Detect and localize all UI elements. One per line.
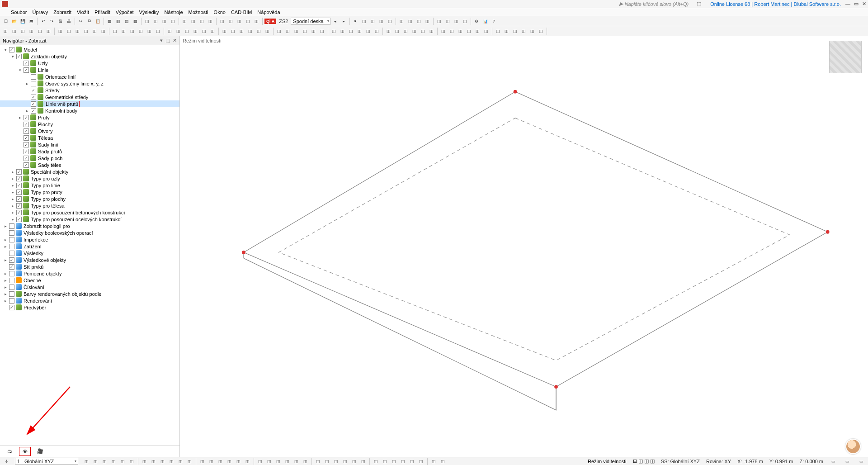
toolbar2-btn-17[interactable]: ◫	[137, 27, 145, 35]
visibility-checkbox[interactable]	[9, 271, 14, 276]
help-button[interactable]: ?	[490, 17, 498, 25]
toolbar2-btn-40[interactable]: ◫	[318, 27, 326, 35]
tool-k[interactable]: ◫	[236, 17, 243, 25]
toolbar2-btn-42[interactable]: ◫	[330, 27, 338, 35]
statusbar-btn-30[interactable]: ◫	[372, 457, 380, 465]
tree-item-25[interactable]: ▸✓Typy pro posouzení ocelových konstrukc…	[0, 216, 179, 223]
tree-item-9[interactable]: ▸✓Kontrolní body	[0, 107, 179, 114]
toolbar2-btn-37[interactable]: ◫	[292, 27, 300, 35]
tool-a[interactable]: ◫	[143, 17, 151, 25]
tool-j[interactable]: ◫	[227, 17, 235, 25]
visibility-checkbox[interactable]: ✓	[24, 67, 29, 73]
toolbar2-btn-45[interactable]: ◫	[356, 27, 363, 35]
expand-toggle[interactable]: ▸	[3, 244, 8, 249]
visibility-checkbox[interactable]	[9, 291, 14, 297]
tool-u[interactable]: ◫	[415, 17, 423, 25]
toolbar2-btn-51[interactable]: ◫	[402, 27, 410, 35]
expand-toggle[interactable]: ▸	[3, 292, 8, 296]
visibility-checkbox[interactable]	[9, 237, 14, 242]
tool-e[interactable]: ◫	[181, 17, 189, 25]
menu-výsledky[interactable]: Výsledky	[139, 9, 159, 15]
toolbar2-btn-0[interactable]: ◫	[2, 27, 9, 35]
tree-item-7[interactable]: ✓Geometrické středy	[0, 94, 179, 100]
tree-item-34[interactable]: ▸Obecné	[0, 277, 179, 284]
tool-p[interactable]: ◫	[369, 17, 377, 25]
toolbar2-btn-5[interactable]: ◫	[45, 27, 52, 35]
toolbar2-btn-16[interactable]: ◫	[128, 27, 136, 35]
toolbar2-btn-64[interactable]: ◫	[503, 27, 510, 35]
tree-item-13[interactable]: ✓Tělesa	[0, 134, 179, 141]
expand-toggle[interactable]: ▸	[10, 183, 15, 188]
toolbar2-btn-47[interactable]: ◫	[373, 27, 381, 35]
tool-v[interactable]: ◫	[424, 17, 431, 25]
expand-toggle[interactable]: ▸	[24, 109, 30, 113]
tree-item-36[interactable]: ▸Barvy renderovaných objektů podle	[0, 290, 179, 297]
expand-toggle[interactable]: ▸	[10, 190, 15, 195]
tool-y[interactable]: ◫	[453, 17, 460, 25]
tree-item-26[interactable]: ▸Zobrazit topologii pro	[0, 223, 179, 229]
saveall-button[interactable]: ⬒	[28, 17, 35, 25]
tool-o[interactable]: ◫	[360, 17, 368, 25]
expand-toggle[interactable]: ▸	[3, 271, 8, 276]
statusbar-btn-19[interactable]: ◫	[265, 457, 273, 465]
statusbar-btn-25[interactable]: ◫	[323, 457, 331, 465]
tool-i[interactable]: ◫	[218, 17, 226, 25]
toolbar2-btn-29[interactable]: ◫	[229, 27, 237, 35]
statusbar-btn-22[interactable]: ◫	[292, 457, 300, 465]
statusbar-btn-20[interactable]: ◫	[274, 457, 282, 465]
visibility-checkbox[interactable]: ✓	[24, 162, 29, 168]
menu-nápověda[interactable]: Nápověda	[257, 9, 280, 15]
visibility-checkbox[interactable]: ✓	[16, 190, 22, 195]
open-button[interactable]: 📂	[10, 17, 18, 25]
statusbar-btn-0[interactable]: ◫	[83, 457, 90, 465]
toolbar2-btn-68[interactable]: ◫	[537, 27, 545, 35]
visibility-checkbox[interactable]: ✓	[24, 61, 29, 66]
visibility-checkbox[interactable]: ✓	[24, 156, 29, 161]
tree-item-20[interactable]: ▸✓Typy pro linie	[0, 182, 179, 189]
toolbar2-btn-56[interactable]: ◫	[439, 27, 447, 35]
expand-toggle[interactable]: ▸	[10, 217, 15, 222]
tree-item-12[interactable]: ✓Otvory	[0, 128, 179, 134]
toolbar2-btn-24[interactable]: ◫	[192, 27, 199, 35]
assistant-avatar[interactable]	[845, 439, 861, 454]
tree-item-21[interactable]: ▸✓Typy pro pruty	[0, 189, 179, 195]
visibility-checkbox[interactable]	[31, 81, 36, 86]
expand-toggle[interactable]: ▾	[10, 54, 15, 59]
close-button[interactable]: ✕	[862, 1, 866, 7]
tool-b[interactable]: ◫	[152, 17, 160, 25]
statusbar-btn-3[interactable]: ◫	[110, 457, 118, 465]
visibility-checkbox[interactable]: ✓	[16, 203, 22, 209]
toolbar2-btn-43[interactable]: ◫	[339, 27, 346, 35]
toolbar2-btn-18[interactable]: ◫	[146, 27, 153, 35]
lc-prev[interactable]: ◂	[331, 17, 339, 25]
visibility-checkbox[interactable]	[9, 223, 14, 229]
toolbar2-btn-8[interactable]: ◫	[65, 27, 73, 35]
toolbar2-btn-7[interactable]: ◫	[57, 27, 64, 35]
statusbar-btn-6[interactable]: ◫	[141, 457, 148, 465]
navigator-tree[interactable]: ▾✓Model▾✓Základní objekty✓Uzly▾✓LinieOri…	[0, 45, 179, 445]
statusbar-btn-7[interactable]: ◫	[150, 457, 157, 465]
toolbar2-btn-52[interactable]: ◫	[410, 27, 418, 35]
menu-okno[interactable]: Okno	[214, 9, 226, 15]
tree-item-22[interactable]: ▸✓Typy pro plochy	[0, 195, 179, 202]
visibility-checkbox[interactable]: ✓	[24, 149, 29, 154]
tree-item-10[interactable]: ▸✓Pruty	[0, 114, 179, 121]
view3-button[interactable]: ▤	[123, 17, 131, 25]
expand-toggle[interactable]: ▸	[10, 176, 15, 181]
menu-přiřadit[interactable]: Přiřadit	[94, 9, 110, 15]
tree-item-17[interactable]: ✓Sady těles	[0, 161, 179, 168]
cut-button[interactable]: ✂	[77, 17, 85, 25]
statusbar-btn-37[interactable]: ◫	[439, 457, 447, 465]
toolbar2-btn-32[interactable]: ◫	[255, 27, 263, 35]
tree-item-27[interactable]: Výsledky booleovských operací	[0, 229, 179, 236]
expand-toggle[interactable]: ▸	[3, 224, 8, 228]
statusbar-btn-21[interactable]: ◫	[283, 457, 291, 465]
tree-item-18[interactable]: ▸✓Speciální objekty	[0, 168, 179, 175]
tree-item-28[interactable]: ▸Imperfekce	[0, 236, 179, 243]
tree-item-1[interactable]: ▾✓Základní objekty	[0, 53, 179, 60]
toolbar2-btn-4[interactable]: ◫	[36, 27, 44, 35]
toolbar2-btn-61[interactable]: ◫	[482, 27, 490, 35]
results-button[interactable]: 📊	[481, 17, 489, 25]
statusbar-btn-29[interactable]: ◫	[359, 457, 367, 465]
tree-item-6[interactable]: ✓Středy	[0, 87, 179, 94]
